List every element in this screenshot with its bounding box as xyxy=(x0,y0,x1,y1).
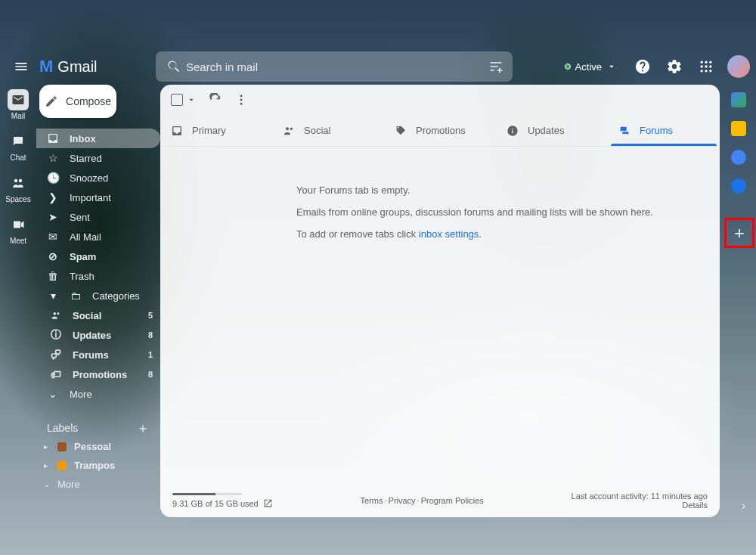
label-trampos[interactable]: ▸ Trampos xyxy=(36,456,160,475)
calendar-addon[interactable] xyxy=(731,92,746,107)
status-label: Active xyxy=(575,61,602,73)
tag-icon: 🏷 xyxy=(50,368,62,380)
compose-label: Compose xyxy=(66,95,111,107)
nav-spam[interactable]: ⊘Spam xyxy=(36,246,160,266)
hamburger-icon xyxy=(14,59,29,74)
nav-allmail[interactable]: ✉All Mail xyxy=(36,227,160,246)
label-pessoal[interactable]: ▸ Pessoal xyxy=(36,437,160,456)
support-button[interactable] xyxy=(629,53,656,80)
side-panel xyxy=(721,85,756,517)
tab-forums[interactable]: Forums xyxy=(608,115,720,146)
chevron-down-icon: ▾ xyxy=(47,290,59,302)
svg-point-2 xyxy=(709,61,711,64)
open-in-new-icon[interactable] xyxy=(263,498,273,508)
labels-header: Labels ＋ xyxy=(36,419,160,437)
search-options-icon[interactable] xyxy=(485,59,507,74)
details-link[interactable]: Details xyxy=(572,501,708,510)
add-label-button[interactable]: ＋ xyxy=(136,419,150,437)
nav-cat-forums[interactable]: 🗪Forums1 xyxy=(36,345,160,364)
tab-updates[interactable]: Updates xyxy=(496,115,608,146)
tab-primary[interactable]: Primary xyxy=(160,115,272,146)
storage-bar xyxy=(172,493,242,495)
nav-more[interactable]: ⌄More xyxy=(36,384,160,404)
nav-trash[interactable]: 🗑Trash xyxy=(36,266,160,286)
nav-categories[interactable]: ▾🗀Categories xyxy=(36,286,160,305)
plus-icon[interactable]: ＋ xyxy=(731,222,748,244)
refresh-button[interactable] xyxy=(209,93,222,107)
svg-point-4 xyxy=(705,65,707,67)
info-icon xyxy=(507,125,519,137)
svg-point-9 xyxy=(14,179,18,183)
label-color-icon xyxy=(57,461,67,470)
keep-addon[interactable] xyxy=(731,121,746,136)
privacy-link[interactable]: Privacy xyxy=(389,496,416,505)
svg-point-17 xyxy=(290,127,293,129)
footer-activity: Last account activity: 11 minutes ago De… xyxy=(572,491,708,510)
svg-point-14 xyxy=(240,99,243,101)
svg-point-10 xyxy=(19,179,23,183)
policies-link[interactable]: Program Policies xyxy=(421,496,484,505)
forum-icon xyxy=(618,125,631,137)
pencil-icon xyxy=(45,95,58,108)
status-dot-icon xyxy=(565,64,571,70)
main-panel: Primary Social Promotions Updates Forums… xyxy=(160,85,720,517)
inbox-icon xyxy=(171,125,183,137)
sidebar: Compose Inbox ☆Starred 🕒Snoozed ❯Importa… xyxy=(36,85,160,494)
nav-starred[interactable]: ☆Starred xyxy=(36,148,160,168)
inbox-settings-link[interactable]: inbox settings xyxy=(419,228,479,240)
tab-social[interactable]: Social xyxy=(272,115,384,146)
main-menu-button[interactable] xyxy=(3,48,39,85)
nav-sent[interactable]: ➤Sent xyxy=(36,207,160,227)
empty-desc: Emails from online groups, discussion fo… xyxy=(296,206,720,218)
rail-label: Meet xyxy=(10,237,26,245)
gmail-logo[interactable]: M Gmail xyxy=(39,57,153,76)
inbox-icon xyxy=(47,132,59,144)
rail-label: Mail xyxy=(11,112,25,120)
nav-snoozed[interactable]: 🕒Snoozed xyxy=(36,168,160,188)
collapse-sidepanel-button[interactable]: › xyxy=(742,499,745,513)
rail-item-meet[interactable]: Meet xyxy=(8,214,29,245)
gear-icon xyxy=(666,58,683,75)
status-chip[interactable]: Active xyxy=(557,58,624,76)
storage-info: 9.31 GB of 15 GB used xyxy=(172,493,273,508)
svg-point-13 xyxy=(240,95,243,97)
nav-cat-promotions[interactable]: 🏷Promotions8 xyxy=(36,364,160,384)
chevron-down-icon: ⌄ xyxy=(47,388,59,400)
nav-inbox[interactable]: Inbox xyxy=(36,129,160,148)
search-input[interactable] xyxy=(186,60,485,73)
info-icon: ⓘ xyxy=(50,328,62,342)
empty-title: Your Forums tab is empty. xyxy=(296,184,720,196)
nav-important[interactable]: ❯Important xyxy=(36,188,160,207)
category-tabs: Primary Social Promotions Updates Forums xyxy=(160,115,720,147)
compose-button[interactable]: Compose xyxy=(39,85,116,118)
trash-icon: 🗑 xyxy=(47,270,59,282)
rail-item-spaces[interactable]: Spaces xyxy=(5,172,30,203)
terms-link[interactable]: Terms xyxy=(361,496,383,505)
tab-promotions[interactable]: Promotions xyxy=(384,115,496,146)
settings-button[interactable] xyxy=(661,53,688,80)
svg-point-11 xyxy=(54,312,57,315)
labels-more[interactable]: ⌄ More xyxy=(36,475,160,494)
select-all-checkbox[interactable] xyxy=(171,94,197,106)
contacts-addon[interactable] xyxy=(731,178,746,194)
apps-button[interactable] xyxy=(692,53,720,80)
search-bar[interactable] xyxy=(156,51,513,82)
account-avatar[interactable] xyxy=(727,55,750,78)
storage-text: 9.31 GB of 15 GB used xyxy=(172,499,259,508)
send-icon: ➤ xyxy=(47,211,59,223)
svg-point-6 xyxy=(701,70,703,72)
footer-links: Terms · Privacy · Program Policies xyxy=(361,496,484,505)
tasks-addon[interactable] xyxy=(731,150,746,165)
topbar: M Gmail Active xyxy=(0,48,756,85)
rail-item-chat[interactable]: Chat xyxy=(8,131,29,162)
search-icon xyxy=(162,59,186,74)
footer: 9.31 GB of 15 GB used Terms · Privacy · … xyxy=(160,487,720,517)
rail-item-mail[interactable]: Mail xyxy=(8,89,29,120)
get-addons-button-highlight: ＋ xyxy=(724,218,754,248)
more-button[interactable] xyxy=(234,93,248,107)
nav-cat-social[interactable]: Social5 xyxy=(36,305,160,325)
empty-state: Your Forums tab is empty. Emails from on… xyxy=(160,147,720,290)
tag-icon xyxy=(395,125,407,137)
rail-label: Chat xyxy=(10,153,26,162)
nav-cat-updates[interactable]: ⓘUpdates8 xyxy=(36,325,160,345)
